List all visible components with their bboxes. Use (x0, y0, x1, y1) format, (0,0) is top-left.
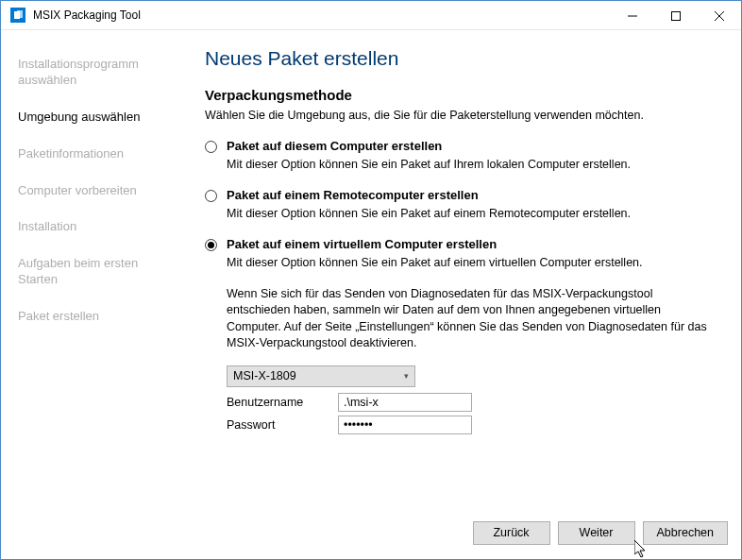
sidebar-item-installation[interactable]: Installation (18, 219, 171, 235)
main-pane: Neues Paket erstellen Verpackungsmethode… (188, 30, 741, 506)
option-local-desc: Mit dieser Option können Sie ein Paket a… (227, 157, 718, 173)
option-vm-note: Wenn Sie sich für das Senden von Diagnos… (227, 286, 717, 352)
option-remote[interactable]: Paket auf einem Remotecomputer erstellen (205, 188, 718, 202)
titlebar: MSIX Packaging Tool (1, 1, 741, 30)
password-input[interactable] (338, 416, 472, 434)
sidebar-item-create[interactable]: Paket erstellen (18, 309, 171, 325)
close-button[interactable] (698, 1, 741, 30)
option-vm-desc: Mit dieser Option können Sie ein Paket a… (227, 255, 718, 271)
radio-local[interactable] (205, 141, 217, 153)
footer: Zurück Weiter Abbrechen (1, 506, 741, 559)
sidebar-item-environment[interactable]: Umgebung auswählen (18, 110, 171, 126)
password-label: Passwort (227, 418, 338, 432)
section-title: Verpackungsmethode (205, 87, 718, 103)
section-subtitle: Wählen Sie die Umgebung aus, die Sie für… (205, 109, 718, 122)
radio-vm[interactable] (205, 239, 217, 251)
option-vm[interactable]: Paket auf einem virtuellem Computer erst… (205, 237, 718, 251)
radio-remote[interactable] (205, 190, 217, 202)
cancel-button[interactable]: Abbrechen (643, 521, 728, 545)
option-local-label: Paket auf diesem Computer erstellen (227, 139, 442, 153)
svg-rect-4 (672, 11, 681, 20)
main-row: Installationsprogramm auswählen Umgebung… (1, 30, 741, 506)
window-controls (611, 1, 741, 29)
page-title: Neues Paket erstellen (205, 47, 718, 70)
app-icon (10, 8, 25, 23)
username-input[interactable] (338, 393, 472, 412)
option-remote-desc: Mit dieser Option können Sie ein Paket a… (227, 206, 718, 222)
username-label: Benutzername (227, 396, 338, 409)
option-local[interactable]: Paket auf diesem Computer erstellen (205, 139, 718, 153)
chevron-down-icon: ▾ (404, 371, 409, 381)
vm-select-value: MSI-X-1809 (233, 369, 296, 382)
option-vm-label: Paket auf einem virtuellem Computer erst… (227, 237, 497, 251)
username-row: Benutzername (227, 393, 718, 412)
vm-select[interactable]: MSI-X-1809 ▾ (227, 365, 415, 387)
minimize-button[interactable] (611, 1, 654, 30)
app-window: MSIX Packaging Tool Installationsprogram… (0, 0, 742, 560)
vm-form: MSI-X-1809 ▾ Benutzername Passwort (227, 365, 718, 434)
maximize-button[interactable] (654, 1, 698, 30)
sidebar-item-packageinfo[interactable]: Paketinformationen (18, 146, 171, 162)
back-button[interactable]: Zurück (473, 521, 550, 545)
window-title: MSIX Packaging Tool (33, 8, 611, 22)
password-row: Passwort (227, 416, 718, 434)
sidebar-item-installer[interactable]: Installationsprogramm auswählen (18, 57, 171, 89)
sidebar-item-prepare[interactable]: Computer vorbereiten (18, 183, 171, 199)
sidebar: Installationsprogramm auswählen Umgebung… (1, 30, 188, 506)
sidebar-item-firstlaunch[interactable]: Aufgaben beim ersten Starten (18, 256, 171, 288)
content: Installationsprogramm auswählen Umgebung… (1, 30, 741, 559)
next-button[interactable]: Weiter (558, 521, 635, 545)
svg-rect-2 (17, 10, 23, 18)
option-remote-label: Paket auf einem Remotecomputer erstellen (227, 188, 479, 202)
